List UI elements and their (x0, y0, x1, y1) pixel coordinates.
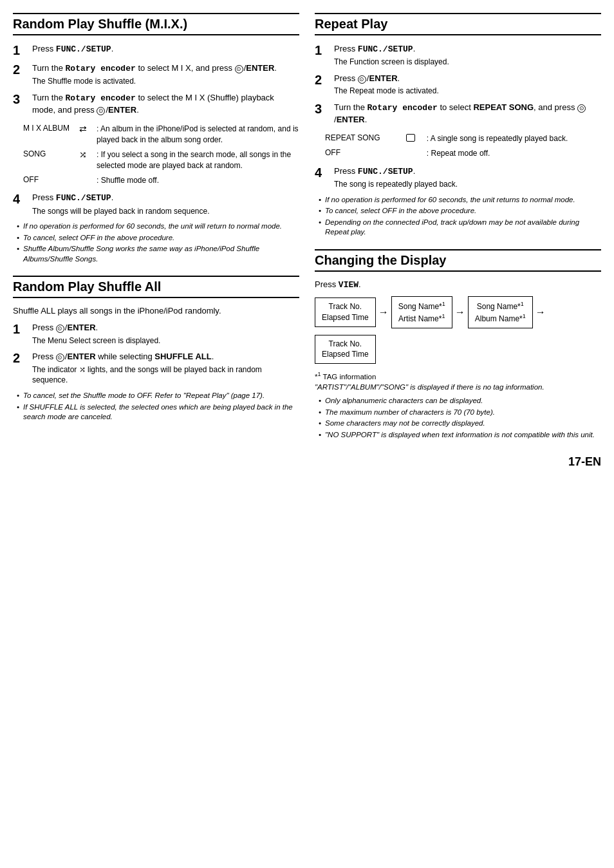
repeat-label-off: OFF (322, 147, 397, 160)
display-box-song-album: Song Name*1 Album Name*1 (468, 296, 533, 328)
step-sub-sa1: The Menu Select screen is displayed. (32, 335, 299, 346)
sup-1: 1 (442, 301, 445, 307)
display-song-line1: Song Name*1 (398, 300, 445, 312)
tag-quote: "ARTIST"/"ALBUM"/"SONG" is displayed if … (315, 382, 601, 392)
step-content-r4: Press FUNC./SETUP. The song is repeatedl… (334, 165, 601, 190)
shuffle-all-bullets: To cancel, set the Shuffle mode to OFF. … (17, 391, 299, 422)
page-number-value: 17 (568, 455, 581, 468)
left-column: Random Play Shuffle (M.I.X.) 1 Press FUN… (13, 13, 299, 480)
display-box-track: Track No. Elapsed Time (315, 297, 376, 327)
step-2-shuffle-all: 2 Press ⊙/ENTER while selecting SHUFFLE … (13, 351, 299, 386)
mode-label-mix: M I X ALBUM (21, 122, 72, 147)
rotary-label: Rotary encoder (66, 64, 136, 73)
step-content-1: Press FUNC./SETUP. (32, 43, 299, 55)
enter-icon-r2: ⊙ (358, 75, 366, 84)
mode-icon-song: ⤮ (73, 148, 93, 173)
display-album-line2: Album Name*1 (475, 312, 526, 325)
step-content-r2: Press ⊙/ENTER. The Repeat mode is activa… (334, 73, 601, 97)
mode-row-song: SONG ⤮ : If you select a song in the sea… (21, 148, 304, 173)
section-random-play-shuffle: Random Play Shuffle (M.I.X.) 1 Press FUN… (13, 13, 299, 264)
repeat-icon-song (398, 132, 422, 146)
section-repeat-play: Repeat Play 1 Press FUNC./SETUP. The Fun… (315, 13, 601, 238)
mode-row-mix-album: M I X ALBUM ⇄ : An album in the iPhone/i… (21, 122, 304, 147)
enter-icon-3: ⊙ (97, 107, 105, 115)
step-2-repeat: 2 Press ⊙/ENTER. The Repeat mode is acti… (315, 73, 601, 97)
tag-info: *1 TAG information "ARTIST"/"ALBUM"/"SON… (315, 370, 601, 392)
repeat-bullet-2: To cancel, select OFF in the above proce… (319, 206, 601, 216)
mode-desc-mix: : An album in the iPhone/iPod is selecte… (94, 122, 304, 147)
enter-label: ENTER (246, 63, 274, 73)
mode-icon-off (73, 174, 93, 187)
view-label: Press VIEW. (315, 279, 601, 290)
step-number-sa2: 2 (13, 351, 28, 365)
bullet-2: To cancel, select OFF in the above proce… (17, 233, 299, 243)
sup-4: 1 (523, 313, 526, 319)
step-sub-4: The songs will be played back in random … (32, 206, 299, 217)
step-sub-sa2: The indicator ⤮ lights, and the songs wi… (32, 364, 299, 386)
view-func-label: VIEW (339, 280, 358, 290)
enter-icon: ⊙ (235, 65, 243, 73)
step-content-sa1: Press ⊙/ENTER. The Menu Select screen is… (32, 322, 299, 346)
enter-label-r3: ENTER (337, 115, 365, 124)
sup-2: 1 (442, 313, 445, 319)
step-1-shuffle-all: 1 Press ⊙/ENTER. The Menu Select screen … (13, 322, 299, 346)
step-4-repeat: 4 Press FUNC./SETUP. The song is repeate… (315, 165, 601, 190)
step-sub-r1: The Function screen is displayed. (334, 57, 601, 68)
shuffle-all-bullet-1: To cancel, set the Shuffle mode to OFF. … (17, 391, 299, 401)
step-2-random: 2 Turn the Rotary encoder to select M I … (13, 62, 299, 87)
section-shuffle-all: Random Play Shuffle All Shuffle ALL play… (13, 276, 299, 422)
arrow-3: → (535, 307, 546, 318)
repeat-bullet-3: Depending on the connected iPod, track u… (319, 218, 601, 238)
random-shuffle-bullets: If no operation is performed for 60 seco… (17, 222, 299, 264)
shuffle-all-intro: Shuffle ALL plays all songs in the iPhon… (13, 306, 299, 316)
section-changing-display: Changing the Display Press VIEW. Track N… (315, 249, 601, 440)
func-setup-4: FUNC./SETUP (56, 193, 111, 203)
mode-row-off: OFF : Shuffle mode off. (21, 174, 304, 187)
step-content-2: Turn the Rotary encoder to select M I X,… (32, 62, 299, 87)
display-bullet-2: The maximum number of characters is 70 (… (319, 408, 601, 418)
display-song-line2: Artist Name*1 (398, 312, 445, 325)
repeat-icon-off (398, 147, 422, 160)
step-number-sa1: 1 (13, 322, 28, 336)
display-bullet-3: Some characters may not be correctly dis… (319, 419, 601, 429)
repeat-row-song: REPEAT SONG : A single song is repeatedl… (322, 132, 606, 146)
shuffle-all-label: SHUFFLE ALL (154, 352, 211, 361)
enter-label-r2: ENTER (369, 73, 397, 83)
page-number-suffix: -EN (581, 455, 601, 468)
sup-3: 1 (521, 301, 524, 307)
section-title-shuffle-all: Random Play Shuffle All (13, 276, 299, 298)
mode-desc-song: : If you select a song in the search mod… (94, 148, 304, 173)
arrow-1: → (378, 307, 389, 318)
step-sub-r4: The song is repeatedly played back. (334, 179, 601, 190)
bullet-1: If no operation is performed for 60 seco… (17, 222, 299, 232)
step-content-3: Turn the Rotary encoder to select the M … (32, 92, 299, 116)
rotary-label-r3: Rotary encoder (367, 103, 438, 113)
step-content-r3: Turn the Rotary encoder to select REPEAT… (334, 102, 601, 126)
func-setup-r4: FUNC./SETUP (358, 167, 413, 176)
display-box-track2-line1: Track No. (322, 339, 369, 350)
step-content-4: Press FUNC./SETUP. The songs will be pla… (32, 192, 299, 216)
display-album-line1: Song Name*1 (475, 300, 526, 312)
step-number-4: 4 (13, 192, 28, 206)
enter-icon-sa2: ⊙ (56, 354, 64, 362)
step-number-r2: 2 (315, 73, 330, 87)
display-box-track-line2: Elapsed Time (322, 312, 369, 323)
tag-sup: 1 (317, 371, 321, 377)
display-box-track-line1: Track No. (322, 301, 369, 312)
step-number-1: 1 (13, 43, 28, 57)
step-sub-2: The Shuffle mode is activated. (32, 76, 299, 87)
display-box-track2-line2: Elapsed Time (322, 349, 369, 360)
repeat-desc-off: : Repeat mode off. (424, 147, 606, 160)
right-column: Repeat Play 1 Press FUNC./SETUP. The Fun… (315, 13, 601, 480)
display-box-track2: Track No. Elapsed Time (315, 335, 376, 364)
repeat-bullet-1: If no operation is performed for 60 seco… (319, 195, 601, 205)
page-container: Random Play Shuffle (M.I.X.) 1 Press FUN… (13, 13, 601, 480)
step-content-sa2: Press ⊙/ENTER while selecting SHUFFLE AL… (32, 351, 299, 386)
step-number-2: 2 (13, 62, 28, 77)
step-3-random: 3 Turn the Rotary encoder to select the … (13, 92, 299, 116)
func-setup-r1: FUNC./SETUP (358, 44, 413, 54)
repeat-symbol (406, 134, 415, 142)
func-setup-label: FUNC./SETUP (56, 44, 111, 54)
shuffle-mode-table: M I X ALBUM ⇄ : An album in the iPhone/i… (19, 121, 306, 188)
section-title-random-shuffle: Random Play Shuffle (M.I.X.) (13, 13, 299, 35)
